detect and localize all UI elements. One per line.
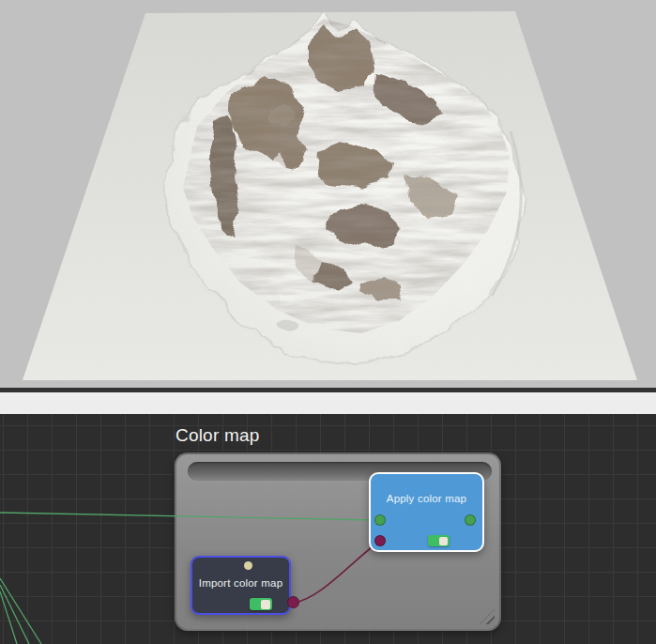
terrain-viewport[interactable] xyxy=(0,0,656,388)
group-label[interactable]: Color map xyxy=(175,425,259,446)
file-indicator-icon xyxy=(244,561,252,570)
toggle-knob-icon xyxy=(439,537,448,545)
group-resize-grip[interactable] xyxy=(480,609,495,624)
wire-green-3 xyxy=(0,591,17,644)
node-import-color-map[interactable]: Import color map xyxy=(191,556,291,615)
node-apply-color-map[interactable]: Apply color map xyxy=(369,472,484,552)
colormap-output-port-icon[interactable] xyxy=(287,596,299,608)
panel-strip xyxy=(0,392,656,414)
input-port-icon[interactable] xyxy=(374,514,386,526)
terrain-render xyxy=(0,0,656,388)
node-title: Apply color map xyxy=(371,493,482,504)
node-graph-editor[interactable]: Color map Apply color map Import color m… xyxy=(0,414,656,644)
wire-green-1 xyxy=(0,578,41,644)
enabled-toggle[interactable] xyxy=(250,598,272,610)
app-window: Color map Apply color map Import color m… xyxy=(0,0,656,644)
colormap-input-port-icon[interactable] xyxy=(374,535,386,546)
wire-green-2 xyxy=(0,585,29,644)
toggle-knob-icon xyxy=(261,600,270,609)
output-port-icon[interactable] xyxy=(465,514,476,526)
enabled-toggle[interactable] xyxy=(428,535,450,546)
node-title: Import color map xyxy=(192,577,289,589)
